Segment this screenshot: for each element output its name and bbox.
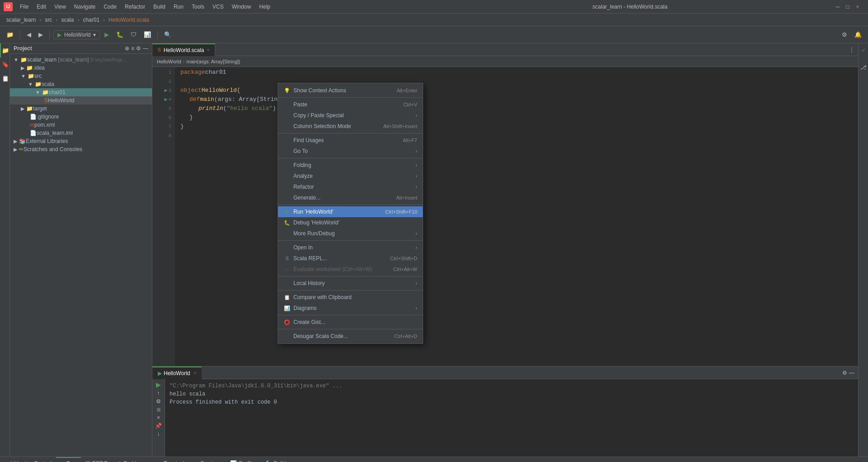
tree-external-libs[interactable]: ▶ 📚 External Libraries bbox=[10, 137, 152, 145]
toolbar-tab-services[interactable]: ☁ Services bbox=[189, 457, 226, 462]
sidebar-tab-project[interactable]: 📁 bbox=[0, 43, 10, 57]
tree-target[interactable]: ▶ 📁 target bbox=[10, 105, 152, 113]
ctx-analyze[interactable]: Analyze › bbox=[278, 171, 423, 181]
profile-button[interactable]: 📊 bbox=[141, 29, 154, 40]
ctx-copy-paste-special[interactable]: Copy / Paste Special › bbox=[278, 110, 423, 121]
ctx-more-run-debug[interactable]: More Run/Debug › bbox=[278, 228, 423, 239]
panel-hide-icon[interactable]: — bbox=[849, 370, 854, 376]
ctx-folding[interactable]: Folding › bbox=[278, 160, 423, 171]
project-collapse-icon[interactable]: ≡ bbox=[131, 45, 134, 52]
editor-tab-helloworld[interactable]: S HelloWorld.scala × bbox=[152, 43, 215, 56]
ctx-paste[interactable]: Paste Ctrl+V bbox=[278, 99, 423, 110]
tab-close-button[interactable]: × bbox=[207, 48, 209, 52]
ctx-diagrams[interactable]: 📊 Diagrams › bbox=[278, 303, 423, 314]
editor-breadcrumb-1[interactable]: main(args: Array[String]) bbox=[186, 59, 240, 64]
ctx-scala-repl[interactable]: S Scala REPL... Ctrl+Shift+D bbox=[278, 253, 423, 264]
run-button[interactable]: ▶ bbox=[102, 29, 112, 40]
menu-build[interactable]: Build bbox=[150, 2, 169, 12]
run-tab-close[interactable]: × bbox=[193, 371, 196, 376]
run-again-icon[interactable]: ▶ bbox=[156, 381, 161, 388]
ctx-run-helloworld[interactable]: ▶ Run 'HelloWorld' Ctrl+Shift+F10 bbox=[278, 206, 423, 217]
ctx-debug-helloworld[interactable]: 🐛 Debug 'HelloWorld' bbox=[278, 217, 423, 228]
run-tab[interactable]: ▶ HelloWorld × bbox=[152, 367, 202, 379]
tree-pom[interactable]: m pom.xml bbox=[10, 121, 152, 129]
debug-button[interactable]: 🐛 bbox=[113, 29, 126, 40]
tree-root[interactable]: ▼ 📁 scalar_learn [scala_learn] D:\myOwnP… bbox=[10, 56, 152, 64]
breadcrumb-part-4[interactable]: HelloWorld.scala bbox=[108, 17, 149, 23]
tree-idea[interactable]: ▶ 📁 .idea bbox=[10, 64, 152, 72]
menu-view[interactable]: View bbox=[51, 2, 70, 12]
settings-icon[interactable]: ⚙ bbox=[156, 398, 161, 405]
ctx-find-usages[interactable]: Find Usages Alt+F7 bbox=[278, 135, 423, 146]
toolbar-tab-profiler[interactable]: 📊 Profiler bbox=[226, 457, 260, 462]
tab-overflow-button[interactable]: ⋮ bbox=[845, 47, 858, 53]
breadcrumb-part-2[interactable]: scala bbox=[61, 17, 74, 23]
tree-helloworld[interactable]: S HelloWorld bbox=[10, 96, 152, 105]
settings-button[interactable]: ⚙ bbox=[839, 29, 850, 40]
toolbar-tab-problems[interactable]: ⚠ Problems bbox=[113, 457, 151, 462]
project-settings-icon[interactable]: ⚙ bbox=[136, 45, 141, 52]
menu-tools[interactable]: Tools bbox=[188, 2, 208, 12]
editor-breadcrumb-0[interactable]: HelloWorld bbox=[157, 59, 181, 64]
close-button[interactable]: × bbox=[854, 4, 861, 10]
line-5: 5 bbox=[152, 104, 171, 113]
breadcrumb-part-3[interactable]: char01 bbox=[83, 17, 99, 23]
tree-iml[interactable]: 📄 scala_learn.iml bbox=[10, 129, 152, 137]
breadcrumb-part-0[interactable]: scalar_learn bbox=[6, 17, 36, 23]
close-run-icon[interactable]: × bbox=[157, 414, 160, 421]
ctx-show-context-actions[interactable]: 💡 Show Context Actions Alt+Enter bbox=[278, 85, 423, 96]
ctx-create-gist[interactable]: ⭕ Create Gist... bbox=[278, 317, 423, 328]
tree-char01[interactable]: ▼ 📁 char01 bbox=[10, 88, 152, 96]
menu-vcs[interactable]: VCS bbox=[209, 2, 227, 12]
scroll-down-icon[interactable]: ↓ bbox=[157, 431, 160, 437]
project-add-icon[interactable]: ⊕ bbox=[125, 45, 129, 52]
ctx-generate[interactable]: Generate... Alt+Insert bbox=[278, 192, 423, 203]
run-config-selector[interactable]: ▶ HelloWorld ▾ bbox=[53, 30, 100, 39]
menu-edit[interactable]: Edit bbox=[33, 2, 50, 12]
menu-window[interactable]: Window bbox=[228, 2, 255, 12]
project-hide-icon[interactable]: — bbox=[143, 45, 148, 52]
menu-run[interactable]: Run bbox=[170, 2, 187, 12]
pin-icon[interactable]: 📌 bbox=[155, 423, 162, 429]
menu-navigate[interactable]: Navigate bbox=[71, 2, 99, 12]
ctx-compare-label: Compare with Clipboard bbox=[293, 294, 417, 300]
toolbar-tab-run[interactable]: ▶ Run bbox=[56, 457, 81, 462]
tree-scala[interactable]: ▼ 📁 scala bbox=[10, 80, 152, 88]
ctx-refactor[interactable]: Refactor › bbox=[278, 181, 423, 192]
menu-file[interactable]: File bbox=[16, 2, 32, 12]
code-editor[interactable]: 1 2 ▶3 ▶4 5 6 7 8 package char01 bbox=[152, 67, 858, 366]
toolbar-tab-todo[interactable]: ☑ TODO bbox=[81, 457, 112, 462]
menu-refactor[interactable]: Refactor bbox=[121, 2, 149, 12]
minimize-button[interactable]: ─ bbox=[835, 4, 841, 10]
breadcrumb-part-1[interactable]: src bbox=[45, 17, 52, 23]
panel-settings-icon[interactable]: ⚙ bbox=[842, 370, 847, 376]
left-sidebar-tabs: 📁 🔖 📋 bbox=[0, 43, 10, 457]
notifications-button[interactable]: 🔔 bbox=[852, 29, 864, 40]
toolbar-back-button[interactable]: ◀ bbox=[24, 29, 34, 40]
toolbar-tab-version-control[interactable]: ⎇ Version Control bbox=[2, 457, 56, 462]
toolbar-open-button[interactable]: 📁 bbox=[4, 29, 16, 40]
maximize-button[interactable]: □ bbox=[844, 4, 851, 10]
menu-code[interactable]: Code bbox=[100, 2, 120, 12]
search-everywhere-button[interactable]: 🔍 bbox=[161, 29, 174, 40]
stop-icon[interactable]: ◼ bbox=[156, 406, 161, 413]
menu-help[interactable]: Help bbox=[255, 2, 274, 12]
sidebar-tab-structure[interactable]: 📋 bbox=[0, 71, 10, 86]
sidebar-tab-bookmarks[interactable]: 🔖 bbox=[0, 57, 10, 71]
right-icon-vcs[interactable]: ⎇ bbox=[860, 64, 867, 71]
toolbar-tab-build[interactable]: 🔨 Build bbox=[260, 457, 290, 462]
coverage-button[interactable]: 🛡 bbox=[128, 29, 139, 40]
ctx-open-in[interactable]: Open In › bbox=[278, 242, 423, 253]
tree-scratches[interactable]: ▶ ✏ Scratches and Consoles bbox=[10, 145, 152, 153]
tree-gitignore[interactable]: 📄 .gitignore bbox=[10, 113, 152, 121]
toolbar-tab-terminal[interactable]: >_ Terminal bbox=[151, 457, 189, 462]
ctx-desugar-scala[interactable]: Desugar Scala Code... Ctrl+Alt+D bbox=[278, 331, 423, 342]
ctx-go-to[interactable]: Go To › bbox=[278, 146, 423, 157]
ctx-compare-clipboard[interactable]: 📋 Compare with Clipboard bbox=[278, 292, 423, 303]
right-icon-notifications[interactable]: ✓ bbox=[861, 47, 866, 53]
tree-src[interactable]: ▼ 📁 src bbox=[10, 72, 152, 80]
ctx-local-history[interactable]: Local History › bbox=[278, 278, 423, 289]
scroll-up-icon[interactable]: ↑ bbox=[157, 390, 160, 396]
toolbar-forward-button[interactable]: ▶ bbox=[36, 29, 46, 40]
ctx-column-selection[interactable]: Column Selection Mode Alt+Shift+Insert bbox=[278, 121, 423, 132]
